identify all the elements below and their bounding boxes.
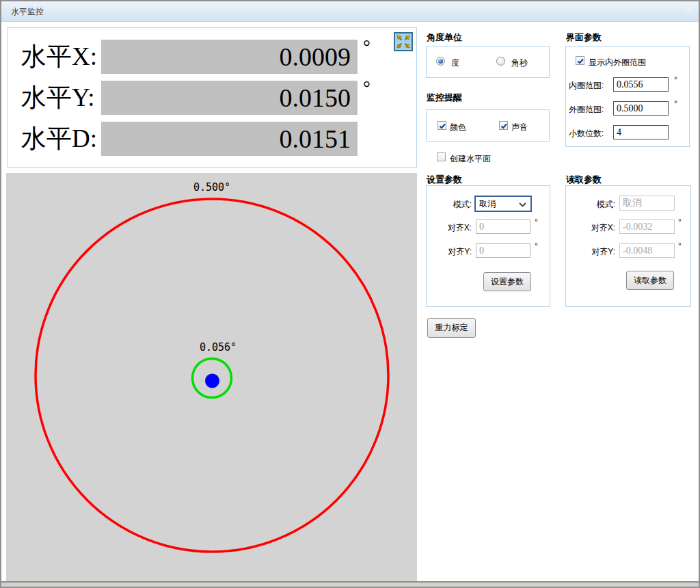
inner-range-input[interactable] <box>613 77 669 92</box>
set-align-y-input[interactable] <box>476 243 530 258</box>
color-checkbox[interactable] <box>438 121 446 130</box>
close-icon[interactable]: × <box>686 4 692 16</box>
title-bar: 水平监控 × <box>1 1 699 22</box>
monitor-alert-box: 颜色 声音 <box>426 109 550 142</box>
set-params-box: 模式: 取消 对齐X: ° 对齐Y: ° 设置参数 <box>426 185 550 307</box>
create-plane-checkbox[interactable] <box>437 152 446 161</box>
decimals-field-label: 小数位数: <box>569 128 604 139</box>
expand-arrows-icon[interactable] <box>394 32 413 51</box>
monitor-alert-title: 监控提醒 <box>427 92 462 104</box>
set-mode-value: 取消 <box>479 199 496 209</box>
read-mode-label: 模式: <box>577 199 615 211</box>
chevron-down-icon <box>519 202 526 207</box>
set-params-title: 设置参数 <box>427 174 462 186</box>
level-x-label: 水平X: <box>21 40 102 74</box>
create-plane-label[interactable]: 创建水平面 <box>450 153 491 165</box>
outer-range-unit: ° <box>674 99 677 109</box>
read-align-y-unit: ° <box>678 241 682 251</box>
color-checkbox-label[interactable]: 颜色 <box>450 122 466 133</box>
set-align-x-unit: ° <box>535 217 538 227</box>
read-params-button[interactable]: 读取参数 <box>626 271 674 290</box>
decimals-input[interactable] <box>613 125 669 139</box>
read-align-x-label: 对齐X: <box>577 222 615 234</box>
inner-range-label: 0.056° <box>200 341 237 353</box>
inner-range-unit: ° <box>674 75 677 85</box>
check-icon <box>500 122 509 131</box>
set-mode-dropdown[interactable]: 取消 <box>474 196 532 212</box>
readout-panel: 水平X: 0.0009 ° 水平Y: 0.0150 ° 水平D: 0.0151 <box>7 27 417 168</box>
read-align-y-field <box>619 243 675 258</box>
radio-selected-dot <box>438 59 443 64</box>
expand-arrows-glyph <box>395 34 412 50</box>
gravity-calibration-button[interactable]: 重力标定 <box>427 318 476 338</box>
set-align-x-label: 对齐X: <box>433 222 472 234</box>
arcsec-radio[interactable] <box>496 57 505 66</box>
degree-radio-label[interactable]: 度 <box>451 57 459 69</box>
level-y-label: 水平Y: <box>21 81 102 115</box>
set-params-button[interactable]: 设置参数 <box>483 272 531 291</box>
read-align-y-label: 对齐Y: <box>577 246 615 258</box>
angle-unit-title: 角度单位 <box>427 31 462 44</box>
level-gauge-canvas: 0.500° 0.056° <box>6 173 417 582</box>
sound-checkbox[interactable] <box>499 121 508 130</box>
app-window: 水平监控 × 水平X: 0.0009 ° 水平Y: 0.0150 ° 水平D: … <box>0 0 700 588</box>
level-y-unit: ° <box>363 77 383 98</box>
check-icon <box>576 57 585 66</box>
level-position-dot <box>205 374 219 388</box>
show-range-checkbox[interactable] <box>576 56 584 65</box>
outer-range-field-label: 外圈范围: <box>569 104 604 116</box>
read-mode-field <box>619 196 675 211</box>
check-icon <box>438 122 447 131</box>
inner-range-field-label: 内圈范围: <box>569 80 604 92</box>
level-d-unit <box>363 118 383 139</box>
window-title: 水平监控 <box>11 6 44 18</box>
sound-checkbox-label[interactable]: 声音 <box>511 122 528 133</box>
set-align-x-input[interactable] <box>476 219 530 234</box>
window-bottom-frame <box>1 581 699 587</box>
outer-range-input[interactable] <box>613 101 669 116</box>
set-align-y-label: 对齐Y: <box>433 246 472 258</box>
set-align-y-unit: ° <box>535 241 538 251</box>
level-x-value: 0.0009 <box>101 40 358 74</box>
level-y-value: 0.0150 <box>101 81 358 115</box>
arcsec-radio-label[interactable]: 角秒 <box>511 57 528 69</box>
show-range-label[interactable]: 显示内外圈范围 <box>589 57 646 68</box>
read-params-title: 读取参数 <box>566 174 602 186</box>
set-mode-label: 模式: <box>433 199 472 211</box>
ui-params-title: 界面参数 <box>566 31 602 44</box>
ui-params-box: 显示内外圈范围 内圈范围: ° 外圈范围: ° 小数位数: <box>565 46 690 147</box>
level-d-value: 0.0151 <box>101 122 358 156</box>
read-align-x-field <box>619 219 675 234</box>
degree-radio[interactable] <box>436 57 445 66</box>
angle-unit-box: 度 角秒 <box>426 46 550 78</box>
outer-range-label: 0.500° <box>193 181 230 193</box>
read-params-box: 模式: 对齐X: ° 对齐Y: ° 读取参数 <box>565 185 691 307</box>
level-d-label: 水平D: <box>21 122 102 156</box>
read-align-x-unit: ° <box>678 217 682 227</box>
level-x-unit: ° <box>363 36 383 57</box>
